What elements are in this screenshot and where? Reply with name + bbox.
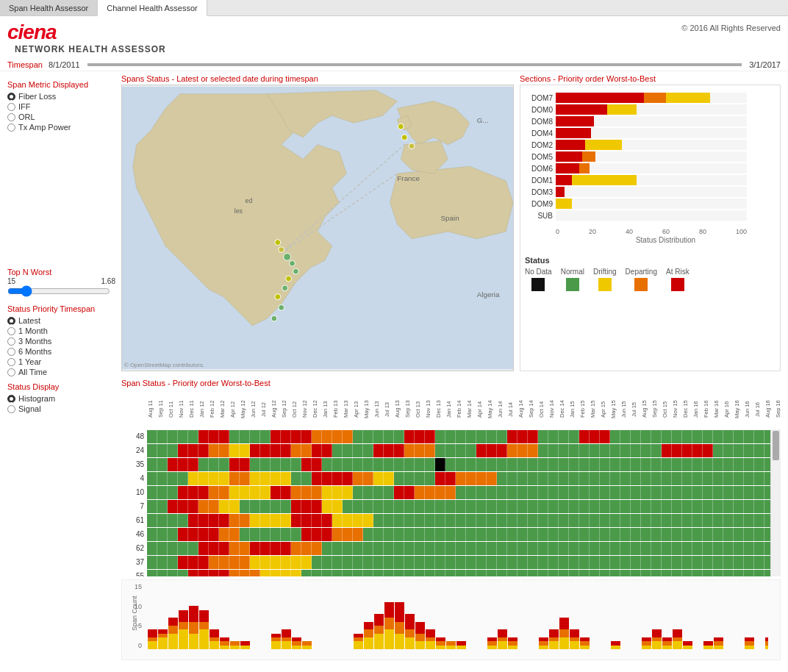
radio-histogram[interactable] xyxy=(7,395,15,403)
map-svg: G... ed les N Spain Algeria France © Ope… xyxy=(122,85,513,371)
option-1year[interactable]: 1 Year xyxy=(7,357,115,366)
legend-at-risk: At Risk xyxy=(666,268,690,291)
svg-text:les: les xyxy=(234,207,243,215)
heatmap-scrollbar[interactable] xyxy=(770,429,781,576)
left-column: Span Metric Displayed Fiber Loss IFF ORL… xyxy=(7,74,121,669)
span-metric-title: Span Metric Displayed xyxy=(7,80,115,89)
copyright: © 2016 All Rights Reserved xyxy=(681,21,781,32)
heatmap-row: 4 xyxy=(121,471,770,485)
bar-dom3: DOM3 xyxy=(525,187,776,197)
bar-dom7: DOM7 xyxy=(525,93,776,103)
timespan-start: 8/1/2011 xyxy=(49,60,80,69)
heatmap-row: 61 xyxy=(121,513,770,527)
svg-point-7 xyxy=(290,260,296,266)
status-legend: Status No Data Normal xyxy=(525,256,776,291)
date-labels-row: Aug 11Sep 11Oct 11Nov 11Dec 11Jan 12Feb … xyxy=(121,389,781,429)
sections-section: Sections - Priority order Worst-to-Best … xyxy=(520,74,781,376)
option-fiber-loss[interactable]: Fiber Loss xyxy=(7,92,115,101)
tab-bar: Span Health Assessor Channel Health Asse… xyxy=(0,0,788,16)
svg-point-13 xyxy=(398,124,404,129)
app-header: ciena NETWORK HEALTH ASSESSOR © 2016 All… xyxy=(0,16,788,59)
bar-dom8: DOM8 xyxy=(525,116,776,126)
content-area: Span Metric Displayed Fiber Loss IFF ORL… xyxy=(0,71,788,672)
radio-signal[interactable] xyxy=(7,405,15,413)
map-section: Spans Status - Latest or selected date d… xyxy=(121,74,514,376)
legend-box-drifting xyxy=(598,278,612,291)
topn-max: 1.68 xyxy=(101,277,115,285)
radio-1year[interactable] xyxy=(7,358,15,366)
svg-text:© OpenStreetMap contributors.: © OpenStreetMap contributors. xyxy=(124,362,204,368)
y-axis-values: 15 10 5 0 xyxy=(122,583,144,649)
svg-point-10 xyxy=(275,240,281,246)
status-priority-options: Latest 1 Month 3 Months 6 Months xyxy=(7,316,115,376)
top-charts: Spans Status - Latest or selected date d… xyxy=(121,74,781,376)
svg-text:ed: ed xyxy=(245,197,252,204)
radio-iff[interactable] xyxy=(7,103,15,111)
bar-dom9: DOM9 xyxy=(525,199,776,209)
legend-box-at-risk xyxy=(671,278,684,291)
svg-text:France: France xyxy=(397,174,420,182)
logo: ciena xyxy=(7,21,173,44)
heatmap-row: 55 xyxy=(121,569,770,576)
sections-title: Sections - Priority order Worst-to-Best xyxy=(520,74,781,83)
map-container[interactable]: G... ed les N Spain Algeria France © Ope… xyxy=(121,85,514,371)
radio-3months[interactable] xyxy=(7,337,15,346)
logo-text: ciena xyxy=(7,21,57,43)
radio-tx-amp[interactable] xyxy=(7,124,15,132)
option-orl[interactable]: ORL xyxy=(7,112,115,121)
sections-chart: DOM7 DOM0 xyxy=(520,85,781,371)
svg-text:G...: G... xyxy=(477,116,489,124)
span-status-bottom-title: Span Status - Priority order Worst-to-Be… xyxy=(121,379,781,387)
radio-6months[interactable] xyxy=(7,348,15,356)
tab-span-health[interactable]: Span Health Assessor xyxy=(0,0,98,15)
timespan-row: Timespan 8/1/2011 3/1/2017 xyxy=(0,59,788,71)
svg-point-1 xyxy=(271,315,277,321)
timespan-end: 3/1/2017 xyxy=(749,60,781,69)
legend-box-normal xyxy=(566,278,579,291)
option-histogram[interactable]: Histogram xyxy=(7,394,115,403)
x-axis-title: Status Distribution xyxy=(525,236,776,244)
status-priority-section: Status Priority Timespan Latest 1 Month … xyxy=(7,304,115,376)
svg-point-12 xyxy=(409,143,415,149)
topn-value: 15 xyxy=(7,277,15,285)
option-alltime[interactable]: All Time xyxy=(7,368,115,376)
legend-departing: Departing xyxy=(626,268,657,291)
status-display-title: Status Display xyxy=(7,382,115,391)
scroll-thumb xyxy=(773,431,779,460)
tab-channel-health[interactable]: Channel Health Assessor xyxy=(98,0,207,16)
radio-1month[interactable] xyxy=(7,327,15,335)
bar-dom0: DOM0 xyxy=(525,104,776,115)
svg-point-11 xyxy=(401,135,407,140)
radio-fiber-loss[interactable] xyxy=(7,93,15,101)
legend-box-departing xyxy=(634,278,648,291)
bar-sub: SUB xyxy=(525,210,776,221)
status-legend-items: No Data Normal Drifting xyxy=(525,268,776,291)
legend-box-no-data xyxy=(531,278,545,291)
app-title: NETWORK HEALTH ASSESSOR xyxy=(7,44,173,57)
bar-dom4: DOM4 xyxy=(525,128,776,138)
timespan-slider[interactable] xyxy=(87,63,742,66)
option-6months[interactable]: 6 Months xyxy=(7,347,115,356)
heatmap-row: 10 xyxy=(121,485,770,499)
svg-point-5 xyxy=(286,276,292,282)
bar-dom2: DOM2 xyxy=(525,140,776,150)
option-iff[interactable]: IFF xyxy=(7,102,115,111)
topn-slider[interactable] xyxy=(7,285,110,297)
heatmap-row: 7 xyxy=(121,499,770,513)
svg-point-2 xyxy=(279,304,284,310)
option-signal[interactable]: Signal xyxy=(7,404,115,413)
map-title: Spans Status - Latest or selected date d… xyxy=(121,74,514,83)
bar-dom1: DOM1 xyxy=(525,175,776,185)
svg-text:Spain: Spain xyxy=(440,214,459,222)
option-tx-amp[interactable]: Tx Amp Power xyxy=(7,123,115,132)
option-1month[interactable]: 1 Month xyxy=(7,326,115,335)
heatmap-row: 24 xyxy=(121,443,770,457)
option-latest[interactable]: Latest xyxy=(7,316,115,325)
topn-section: Top N Worst 15 1.68 xyxy=(7,268,115,299)
radio-orl[interactable] xyxy=(7,113,15,121)
radio-alltime[interactable] xyxy=(7,368,15,376)
legend-normal: Normal xyxy=(561,268,584,291)
option-3months[interactable]: 3 Months xyxy=(7,337,115,346)
radio-latest[interactable] xyxy=(7,317,15,325)
svg-point-8 xyxy=(284,253,291,260)
